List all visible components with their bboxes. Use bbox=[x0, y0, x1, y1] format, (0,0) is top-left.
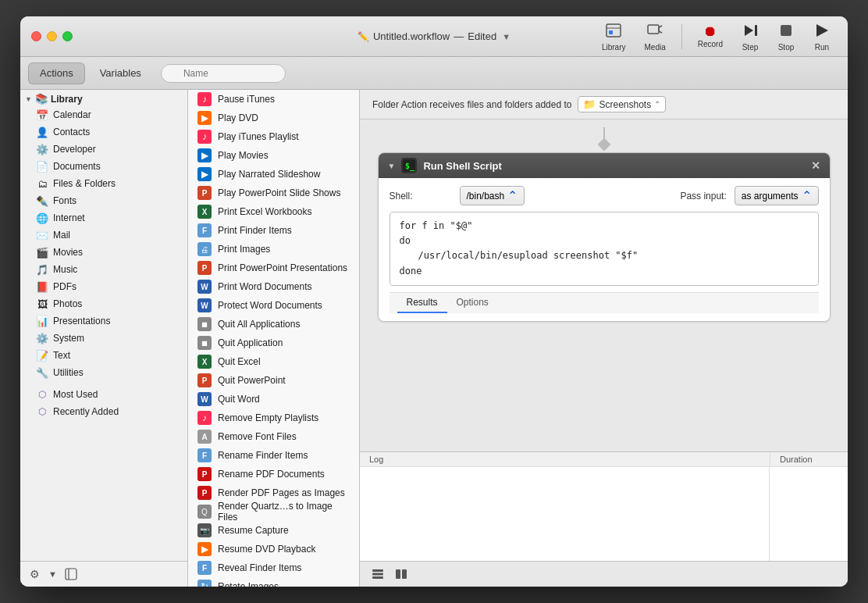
action-print-images[interactable]: 🖨 Print Images bbox=[188, 240, 359, 259]
library-group-header[interactable]: ▼ 📚 Library bbox=[20, 90, 187, 106]
action-play-ppt[interactable]: P Play PowerPoint Slide Shows bbox=[188, 184, 359, 202]
action-quit-ppt[interactable]: P Quit PowerPoint bbox=[188, 371, 359, 390]
action-pause-itunes[interactable]: ♪ Pause iTunes bbox=[188, 90, 359, 109]
folder-selector[interactable]: 📁 Screenshots ⌃ bbox=[578, 96, 666, 112]
media-button[interactable]: Media bbox=[639, 19, 672, 55]
svg-rect-15 bbox=[372, 569, 383, 572]
traffic-lights bbox=[31, 31, 73, 41]
sidebar-item-photos[interactable]: 🖼 Photos bbox=[23, 295, 184, 312]
sidebar-item-contacts[interactable]: 👤 Contacts bbox=[23, 123, 184, 141]
sidebar-item-utilities[interactable]: 🔧 Utilities bbox=[23, 364, 184, 381]
sidebar-item-developer[interactable]: ⚙️ Developer bbox=[23, 141, 184, 158]
remove-playlists-icon: ♪ bbox=[197, 411, 212, 425]
sidebar-gear-button[interactable]: ⚙ bbox=[25, 565, 44, 583]
action-rename-finder[interactable]: F Rename Finder Items bbox=[188, 446, 359, 465]
card-tab-options[interactable]: Options bbox=[447, 293, 498, 313]
pause-itunes-label: Pause iTunes bbox=[218, 94, 275, 105]
run-icon bbox=[813, 22, 831, 41]
action-print-ppt[interactable]: P Print PowerPoint Presentations bbox=[188, 259, 359, 277]
action-remove-playlists[interactable]: ♪ Remove Empty Playlists bbox=[188, 409, 359, 427]
split-view-button[interactable] bbox=[393, 566, 410, 583]
action-resume-capture[interactable]: 📷 Resume Capture bbox=[188, 521, 359, 540]
action-rotate-images[interactable]: ↻ Rotate Images bbox=[188, 577, 359, 587]
window-title: ✏️ Untitled.workflow — Edited ▼ bbox=[358, 30, 510, 42]
shell-select[interactable]: /bin/bash ⌃ bbox=[460, 186, 525, 205]
log-panel: Log Duration bbox=[360, 451, 848, 561]
action-render-quartz[interactable]: Q Render Quartz…s to Image Files bbox=[188, 502, 359, 521]
shell-label: Shell: bbox=[390, 191, 452, 202]
card-close-button[interactable]: ✕ bbox=[811, 159, 820, 172]
sidebar-item-pdfs[interactable]: 📕 PDFs bbox=[23, 278, 184, 295]
sidebar-item-documents[interactable]: 📄 Documents bbox=[23, 158, 184, 175]
run-button[interactable]: Run bbox=[807, 19, 837, 55]
action-list-scroll[interactable]: ♪ Pause iTunes ▶ Play DVD ♪ Play iTunes … bbox=[188, 90, 359, 587]
sidebar-item-internet[interactable]: 🌐 Internet bbox=[23, 209, 184, 227]
sidebar-item-text[interactable]: 📝 Text bbox=[23, 347, 184, 364]
folder-name: Screenshots bbox=[599, 99, 651, 110]
action-play-itunes-playlist[interactable]: ♪ Play iTunes Playlist bbox=[188, 127, 359, 146]
sidebar-item-calendar[interactable]: 📅 Calendar bbox=[23, 106, 184, 123]
sidebar-bottom: ⚙ ▼ bbox=[20, 561, 187, 587]
quit-ppt-label: Quit PowerPoint bbox=[218, 375, 286, 386]
sidebar-item-recently-added[interactable]: ⬡ Recently Added bbox=[23, 403, 184, 420]
title-text: Untitled.workflow bbox=[373, 30, 450, 42]
sidebar-item-presentations[interactable]: 📊 Presentations bbox=[23, 312, 184, 330]
sidebar-item-movies[interactable]: 🎬 Movies bbox=[23, 244, 184, 261]
tab-variables[interactable]: Variables bbox=[88, 62, 153, 84]
play-dvd-icon: ▶ bbox=[197, 111, 212, 125]
action-resume-dvd[interactable]: ▶ Resume DVD Playback bbox=[188, 540, 359, 558]
search-input[interactable] bbox=[161, 64, 286, 83]
action-protect-word[interactable]: W Protect Word Documents bbox=[188, 296, 359, 315]
list-view-button[interactable] bbox=[369, 566, 386, 583]
sidebar-item-system[interactable]: ⚙️ System bbox=[23, 330, 184, 347]
run-label: Run bbox=[815, 43, 829, 52]
print-images-label: Print Images bbox=[218, 244, 270, 255]
internet-icon: 🌐 bbox=[36, 212, 48, 224]
maximize-button[interactable] bbox=[62, 31, 73, 41]
sidebar-expand-button[interactable] bbox=[62, 565, 80, 583]
action-print-finder[interactable]: F Print Finder Items bbox=[188, 221, 359, 240]
action-print-word[interactable]: W Print Word Documents bbox=[188, 277, 359, 296]
step-button[interactable]: Step bbox=[735, 19, 765, 55]
photos-icon: 🖼 bbox=[36, 298, 48, 310]
action-quit-word[interactable]: W Quit Word bbox=[188, 390, 359, 409]
close-button[interactable] bbox=[31, 31, 41, 41]
pass-input-select[interactable]: as arguments ⌃ bbox=[735, 186, 819, 205]
rename-pdf-icon: P bbox=[197, 467, 212, 481]
action-render-pdf[interactable]: P Render PDF Pages as Images bbox=[188, 483, 359, 502]
action-quit-all[interactable]: ⏹ Quit All Applications bbox=[188, 315, 359, 334]
sidebar-item-presentations-label: Presentations bbox=[53, 316, 110, 326]
action-reveal-finder[interactable]: F Reveal Finder Items bbox=[188, 558, 359, 577]
sidebar-item-most-used[interactable]: ⬡ Most Used bbox=[23, 386, 184, 403]
action-remove-font[interactable]: A Remove Font Files bbox=[188, 427, 359, 446]
library-button[interactable]: Library bbox=[596, 19, 632, 55]
action-quit-app[interactable]: ⏹ Quit Application bbox=[188, 334, 359, 352]
card-tab-results[interactable]: Results bbox=[397, 293, 447, 313]
card-toggle[interactable]: ▼ bbox=[388, 162, 396, 170]
sidebar-item-files-folders[interactable]: 🗂 Files & Folders bbox=[23, 175, 184, 192]
search-wrap: 🔍 bbox=[161, 64, 286, 83]
action-play-narrated[interactable]: ▶ Play Narrated Slideshow bbox=[188, 165, 359, 184]
record-button[interactable]: ⏺ Record bbox=[692, 21, 729, 52]
code-line-4: done bbox=[400, 264, 809, 279]
action-play-dvd[interactable]: ▶ Play DVD bbox=[188, 109, 359, 127]
sidebar-item-movies-label: Movies bbox=[53, 247, 83, 258]
action-quit-excel[interactable]: X Quit Excel bbox=[188, 352, 359, 371]
sidebar-item-mail[interactable]: ✉️ Mail bbox=[23, 227, 184, 244]
folder-dropdown-arrow: ⌃ bbox=[654, 100, 660, 109]
sidebar-chevron-btn[interactable]: ▼ bbox=[48, 569, 57, 579]
library-group-label: Library bbox=[51, 94, 83, 105]
print-images-icon: 🖨 bbox=[197, 242, 212, 256]
folder-action-text: Folder Action receives files and folders… bbox=[372, 99, 571, 110]
sidebar-item-music[interactable]: 🎵 Music bbox=[23, 261, 184, 278]
tab-actions[interactable]: Actions bbox=[28, 62, 85, 84]
title-dropdown-arrow[interactable]: ▼ bbox=[502, 32, 510, 41]
sidebar-item-fonts[interactable]: ✒️ Fonts bbox=[23, 192, 184, 209]
action-play-movies[interactable]: ▶ Play Movies bbox=[188, 146, 359, 165]
stop-button[interactable]: Stop bbox=[771, 19, 801, 55]
minimize-button[interactable] bbox=[47, 31, 57, 41]
code-editor[interactable]: for f in "$@" do /usr/local/bin/esupload… bbox=[390, 212, 819, 286]
action-print-excel[interactable]: X Print Excel Workbooks bbox=[188, 202, 359, 221]
documents-icon: 📄 bbox=[36, 160, 48, 173]
action-rename-pdf[interactable]: P Rename PDF Documents bbox=[188, 465, 359, 483]
